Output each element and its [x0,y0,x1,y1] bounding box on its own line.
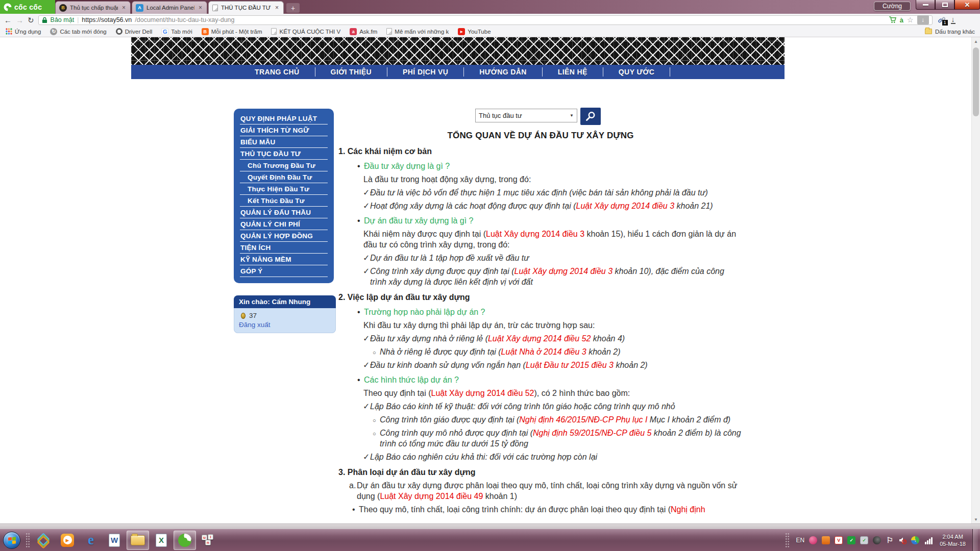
address-bar[interactable]: Bảo mật | https://sotay56.vn /document/t… [38,15,933,25]
close-tab-icon[interactable]: × [274,5,280,11]
category-dropdown[interactable]: Thủ tục đầu tư ▼ [475,109,577,122]
law-link[interactable]: Luật Xây dựng 2014 điều 52 [488,334,591,343]
satellite-dish-icon[interactable] [873,536,881,544]
window-user-button[interactable]: Cường [874,2,911,11]
start-button[interactable] [3,532,20,549]
bookmark-item[interactable]: BMỗi phút - Một trăm [202,28,262,35]
bookmark-item[interactable]: GTab mới [161,28,192,35]
sidebar-item[interactable]: GÓP Ý [240,265,328,277]
scroll-up-icon[interactable]: ▲ [972,37,980,45]
orange-app-icon[interactable] [822,536,830,544]
vietnamese-input-icon[interactable]: à [900,16,903,24]
sidebar-subitem[interactable]: Chủ Trương Đầu Tư [240,160,328,171]
law-link[interactable]: Luật Xây dựng 2014 điều 52 [431,389,534,397]
sidebar-item[interactable]: TIỆN ÍCH [240,242,328,254]
reload-icon[interactable]: ↻ [28,16,34,24]
taskbar-app-explorer[interactable] [127,531,149,550]
taskbar-app-excel[interactable]: X [150,531,173,550]
vertical-scrollbar[interactable]: ▲ ▼ [971,37,980,523]
bookmark-item[interactable]: Driver Dell [116,28,153,35]
alpha-item: a.Dự án đầu tư xây dựng được phân loại t… [338,480,743,502]
browser-tab[interactable]: BThủ tục chấp thuận đầu tư× [55,1,131,14]
forward-icon[interactable]: → [16,16,23,24]
red-v-icon[interactable]: V [835,536,843,544]
question-link-text[interactable]: Đầu tư xây dựng là gì ? [364,162,450,170]
law-link[interactable]: Luật Xây dựng 2014 điều 49 [380,492,483,500]
question-link-text[interactable]: Trường hợp nào phải lập dự án ? [364,308,485,316]
taskbar: ▶eWXuin EN V✓✓⚐↓ 2:04 AM 05-Mar-18 [0,529,980,551]
printer-icon[interactable]: ✓ [860,536,868,544]
browser-tab[interactable]: THỦ TỤC ĐẦU TƯ XÂY DỰ× [208,1,284,14]
sidebar-item[interactable]: QUẢN LÝ CHI PHÍ [240,218,328,230]
law-link[interactable]: Luật Đầu tư 2015 điều 3 [526,361,614,369]
network-signal-icon[interactable] [924,536,933,544]
close-button[interactable]: ✕ [954,0,980,10]
law-link[interactable]: Nghị định 46/2015/NĐ-CP Phụ lục I [519,415,647,424]
taskbar-app-word[interactable]: W [103,531,126,550]
law-link[interactable]: Nghị định 59/2015/NĐ-CP điều 5 [533,429,651,437]
question-link-text[interactable]: Dự án đầu tư xây dựng là gì ? [364,216,473,225]
taskbar-app-coccoc[interactable] [174,531,196,550]
new-tab-button[interactable]: + [286,3,300,13]
sidebar-item[interactable]: KỸ NĂNG MỀM [240,254,328,265]
browser-tab[interactable]: ALocal Admin Panel× [132,1,207,14]
sidebar-item[interactable]: THỦ TỤC ĐẦU TƯ [240,148,328,160]
scrollbar-thumb[interactable] [973,47,979,116]
law-link[interactable]: Luật Xây dựng 2014 điều 3 [576,202,675,210]
cart-icon[interactable] [889,16,896,23]
law-link[interactable]: Nghị định [671,505,705,514]
language-indicator[interactable]: EN [796,537,805,544]
sidebar-subitem[interactable]: Kết Thúc Đầu Tư [240,195,328,207]
action-center-flag-icon[interactable]: ⚐ [886,536,894,544]
taskbar-app-internet-explorer[interactable]: e [80,531,102,550]
bookmark-item[interactable]: KẾT QUẢ CUỘC THI V [271,28,340,35]
nav-item[interactable]: GIỚI THIỆU [315,65,388,79]
bookmark-item[interactable]: Ứng dụng [5,28,41,35]
sidebar-item[interactable]: GIẢI THÍCH TỪ NGỮ [240,124,328,136]
bookmark-item[interactable]: Mê mẩn với những k [386,28,449,35]
nav-item[interactable]: LIÊN HỆ [543,65,603,79]
show-desktop-button[interactable] [972,529,978,551]
scroll-down-icon[interactable]: ▼ [972,515,980,523]
coin-favicon-icon: B [59,4,67,12]
bookmark-item[interactable]: aAsk.fm [350,28,377,35]
minimize-button[interactable] [916,0,935,10]
sidebar-item[interactable]: QUẢN LÝ HỢP ĐỒNG [240,230,328,242]
close-tab-icon[interactable]: × [121,5,127,11]
nav-item[interactable]: QUY ƯỚC [603,65,670,79]
law-link[interactable]: Luật Nhà ở 2014 điều 3 [501,347,586,356]
text-segment: Dự án đầu tư là 1 tập hợp đề xuất về đầu… [370,254,529,262]
maximize-button[interactable] [935,0,954,10]
download-manager-button[interactable]: ↓ [917,15,929,24]
volume-muted-icon[interactable] [898,536,906,544]
other-bookmarks[interactable]: Dấu trang khác [925,29,975,35]
bookmark-item[interactable]: ▶YouTube [458,28,491,35]
text-segment: Khái niệm này được quy định tại ( [363,230,486,238]
law-link[interactable]: Luật Xây dựng 2014 điều 3 [514,267,613,276]
sidebar-subitem[interactable]: Quyết Định Đầu Tư [240,171,328,183]
search-button[interactable] [580,108,601,125]
logout-link[interactable]: Đăng xuất [234,319,336,333]
taskbar-app-bluestacks[interactable] [33,531,55,550]
sidebar-item[interactable]: BIỂU MẪU [240,136,328,148]
nav-item[interactable]: TRANG CHỦ [239,65,315,79]
nav-item[interactable]: HƯỚNG DẪN [464,65,543,79]
back-icon[interactable]: ← [4,16,12,24]
question-link-text[interactable]: Các hình thức lập dự án ? [364,375,459,384]
idm-icon[interactable]: ↓ [911,536,919,544]
bookmark-item[interactable]: ↻Các tab mới đóng [50,28,106,35]
sidebar-subitem[interactable]: Thực Hiện Đầu Tư [240,183,328,195]
clock[interactable]: 2:04 AM 05-Mar-18 [940,533,966,547]
nav-item[interactable]: PHÍ DỊCH VỤ [387,65,464,79]
sidebar-item[interactable]: QUẢN LÝ ĐẤU THẦU [240,207,328,218]
taskbar-app-media-player[interactable]: ▶ [56,531,79,550]
pink-sphere-icon[interactable] [809,536,817,544]
green-key-icon[interactable]: ✓ [847,536,855,544]
bookmark-star-icon[interactable]: ☆ [907,16,914,23]
law-link[interactable]: Luật Xây dựng 2014 điều 3 [486,230,584,238]
downloads-icon[interactable]: ↓ [951,16,955,24]
taskbar-app-unikey[interactable]: uin [197,531,219,550]
close-tab-icon[interactable]: × [198,5,203,11]
link-extension-icon[interactable]: 1 [937,15,947,24]
sidebar-item[interactable]: QUY ĐỊNH PHÁP LUẬT [240,113,328,124]
